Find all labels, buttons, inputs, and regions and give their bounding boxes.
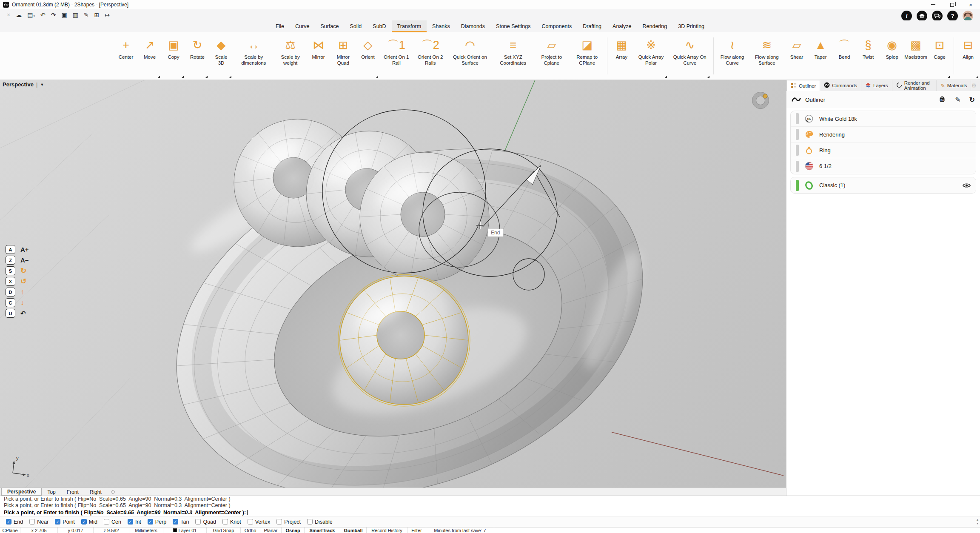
status-cell-millimeters[interactable]: Millimeters bbox=[129, 527, 163, 533]
restore-button[interactable] bbox=[943, 0, 961, 9]
status-cell-record-history[interactable]: Record History bbox=[367, 527, 407, 533]
outliner-row-ring[interactable]: Ring bbox=[791, 143, 976, 158]
viewport-title[interactable]: Perspective | ▼ bbox=[3, 81, 44, 88]
dropdown-corner-icon[interactable] bbox=[376, 76, 378, 78]
status-cell-smarttrack[interactable]: SmartTrack bbox=[305, 527, 340, 533]
rotate-ccw-icon[interactable]: ↺ bbox=[20, 278, 26, 285]
weight-icon[interactable]: Kg bbox=[938, 95, 946, 105]
osnap-toggle-near[interactable]: Near bbox=[29, 519, 48, 525]
ribbon-tab-stone-settings[interactable]: Stone Settings bbox=[490, 20, 536, 32]
minimize-button[interactable] bbox=[924, 0, 943, 9]
undo-icon[interactable]: ↶ bbox=[40, 12, 46, 18]
checkbox[interactable] bbox=[276, 519, 282, 524]
checkbox[interactable]: ✓ bbox=[148, 519, 153, 524]
outliner-row-white-gold-18k[interactable]: 18kWhite Gold 18k bbox=[791, 111, 976, 127]
ribbon-button-quick-array-polar[interactable]: ※Quick Array Polar bbox=[633, 32, 668, 80]
outliner-row-rendering[interactable]: Rendering bbox=[791, 127, 976, 143]
ribbon-tab-curve[interactable]: Curve bbox=[290, 20, 315, 32]
prompt-option-flip[interactable]: Flip=No bbox=[84, 510, 103, 516]
rotate-cw-icon[interactable]: ↻ bbox=[20, 267, 26, 274]
export-icon[interactable]: ↦ bbox=[105, 12, 110, 18]
dropdown-corner-icon[interactable] bbox=[157, 76, 160, 78]
avatar[interactable] bbox=[963, 11, 973, 21]
new-file-icon[interactable]: ▤▾ bbox=[27, 12, 35, 18]
move-down-icon[interactable]: ↓ bbox=[20, 299, 24, 306]
panel-tab-commands[interactable]: Commands bbox=[820, 80, 861, 91]
ribbon-button-move[interactable]: ↗Move bbox=[138, 32, 162, 80]
viewport-tab-front[interactable]: Front bbox=[61, 488, 84, 496]
osnap-toggle-point[interactable]: ✓Point bbox=[55, 519, 75, 525]
ribbon-tab-drafting[interactable]: Drafting bbox=[577, 20, 607, 32]
prompt-option-normal[interactable]: Normal=0.3 bbox=[163, 510, 192, 516]
prompt-option-angle[interactable]: Angle=90 bbox=[137, 510, 160, 516]
checkbox[interactable]: ✓ bbox=[55, 519, 60, 524]
annotate-icon[interactable]: ✎ bbox=[84, 12, 89, 18]
ribbon-button-taper[interactable]: ▲Taper bbox=[809, 32, 832, 80]
status-cell-gumball[interactable]: Gumball bbox=[340, 527, 367, 533]
osnap-toggle-disable[interactable]: Disable bbox=[307, 519, 333, 525]
redo-icon[interactable]: ↷ bbox=[51, 12, 56, 18]
info-icon[interactable]: i bbox=[901, 11, 912, 21]
ribbon-button-scale-3d[interactable]: ◆Scale 3D bbox=[209, 32, 233, 80]
prompt-option-scale[interactable]: Scale=0.65 bbox=[106, 510, 134, 516]
hotkey-key-a[interactable]: A bbox=[6, 245, 15, 254]
checkbox[interactable]: ✓ bbox=[81, 519, 87, 524]
status-cell-minutes-from-last-save-7[interactable]: Minutes from last save: 7 bbox=[426, 527, 494, 533]
status-cell-z-9-582[interactable]: z 9.582 bbox=[94, 527, 129, 533]
hotkey-key-c[interactable]: C bbox=[6, 298, 15, 307]
learn-icon[interactable] bbox=[917, 11, 927, 21]
osnap-toggle-mid[interactable]: ✓Mid bbox=[81, 519, 97, 525]
ribbon-button-orient[interactable]: ◇Orient bbox=[356, 32, 380, 80]
undo-icon[interactable]: ↶ bbox=[20, 310, 26, 316]
refresh-icon[interactable]: ↻ bbox=[969, 96, 975, 103]
close-button[interactable]: × bbox=[961, 0, 980, 9]
checkbox[interactable] bbox=[307, 519, 313, 524]
status-cell-x-2-705[interactable]: x 2.705 bbox=[20, 527, 58, 533]
hotkey-key-z[interactable]: Z bbox=[6, 256, 15, 265]
font-decrease-icon[interactable]: A− bbox=[20, 257, 29, 263]
ribbon-button-set-xyz-coordinates[interactable]: ≡Set XYZ Coordinates bbox=[492, 32, 534, 80]
checkbox[interactable] bbox=[248, 519, 253, 524]
dropdown-corner-icon[interactable] bbox=[181, 76, 184, 78]
checkbox[interactable]: ✓ bbox=[6, 519, 11, 524]
gear-icon[interactable]: ⚙ bbox=[971, 80, 980, 91]
status-cell-osnap[interactable]: Osnap bbox=[282, 527, 305, 533]
ribbon-button-shear[interactable]: ▱Shear bbox=[785, 32, 809, 80]
ribbon-button-flow-along-curve[interactable]: ≀Flow along Curve bbox=[716, 32, 749, 80]
prompt-option-alignment[interactable]: Alignment=Center bbox=[195, 510, 241, 516]
ribbon-tab-diamonds[interactable]: Diamonds bbox=[456, 20, 490, 32]
osnap-toggle-end[interactable]: ✓End bbox=[6, 519, 23, 525]
panel-tab-render-and-animation[interactable]: Render and Animation bbox=[892, 80, 937, 91]
command-prompt[interactable]: Pick a point, or Enter to finish ( Flip=… bbox=[0, 509, 980, 516]
ribbon-button-quick-orient-on-surface[interactable]: ◠Quick Orient on Surface bbox=[448, 32, 492, 80]
ribbon-tab-rendering[interactable]: Rendering bbox=[637, 20, 673, 32]
ribbon-button-quick-array-on-curve[interactable]: ∿Quick Array On Curve bbox=[669, 32, 711, 80]
dropdown-corner-icon[interactable] bbox=[947, 76, 950, 78]
ribbon-tab-components[interactable]: Components bbox=[536, 20, 577, 32]
hotkey-key-d[interactable]: D bbox=[6, 288, 15, 296]
hotkey-key-s[interactable]: S bbox=[6, 266, 15, 275]
ribbon-tab-file[interactable]: File bbox=[270, 20, 290, 32]
ribbon-button-copy[interactable]: ▣Copy bbox=[162, 32, 185, 80]
ribbon-button-bend[interactable]: ⌒Bend bbox=[832, 32, 856, 80]
ribbon-tab-3d-printing[interactable]: 3D Printing bbox=[672, 20, 710, 32]
status-cell-layer-01[interactable]: Layer 01 bbox=[163, 527, 207, 533]
eye-icon[interactable] bbox=[963, 182, 971, 188]
dropdown-corner-icon[interactable] bbox=[707, 76, 709, 78]
ribbon-tab-solid[interactable]: Solid bbox=[345, 20, 368, 32]
status-cell-y-0-017[interactable]: y 0.017 bbox=[58, 527, 94, 533]
ribbon-button-scale-by-weight[interactable]: ⚖Scale by weight bbox=[274, 32, 307, 80]
status-cell-cplane[interactable]: CPlane bbox=[0, 527, 20, 533]
osnap-toggle-quad[interactable]: Quad bbox=[195, 519, 216, 525]
dropdown-corner-icon[interactable] bbox=[205, 76, 208, 78]
ribbon-button-align[interactable]: ⊟Align bbox=[956, 32, 980, 80]
checkbox[interactable] bbox=[222, 519, 228, 524]
ribbon-button-rotate[interactable]: ↻Rotate bbox=[185, 32, 209, 80]
status-cell-ortho[interactable]: Ortho bbox=[241, 527, 260, 533]
osnap-toggle-knot[interactable]: Knot bbox=[222, 519, 241, 525]
ribbon-tab-analyze[interactable]: Analyze bbox=[607, 20, 637, 32]
panel-tab-outliner[interactable]: Outliner bbox=[786, 80, 820, 91]
panel-tab-layers[interactable]: Layers bbox=[861, 80, 892, 91]
outliner-row-classic-1[interactable]: Classic (1) bbox=[791, 177, 976, 193]
ribbon-button-twist[interactable]: §Twist bbox=[856, 32, 880, 80]
